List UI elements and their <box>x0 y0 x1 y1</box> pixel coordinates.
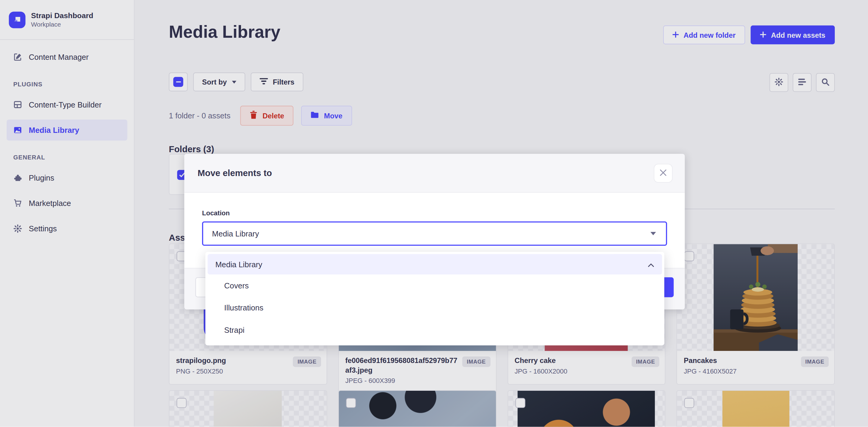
strapi-dashboard: Strapi Dashboard Workplace Content Manag… <box>0 0 868 427</box>
option-label: Strapi <box>224 326 244 334</box>
dropdown-option-covers[interactable]: Covers <box>208 274 662 297</box>
dropdown-option-media-library[interactable]: Media Library <box>208 254 662 274</box>
option-label: Covers <box>224 281 249 290</box>
location-dropdown: Media Library Covers Illustrations Strap… <box>205 252 664 345</box>
option-label: Media Library <box>215 260 262 269</box>
modal-title: Move elements to <box>197 168 272 178</box>
close-icon <box>660 169 666 177</box>
modal-header: Move elements to <box>184 154 685 193</box>
chevron-up-icon <box>648 260 654 269</box>
option-label: Illustrations <box>224 303 264 312</box>
close-button[interactable] <box>654 164 673 183</box>
dropdown-option-illustrations[interactable]: Illustrations <box>208 297 662 318</box>
chevron-down-icon <box>651 232 656 235</box>
location-label: Location <box>202 209 667 217</box>
location-select-value: Media Library <box>212 229 259 238</box>
location-select[interactable]: Media Library <box>202 221 667 246</box>
dropdown-option-strapi[interactable]: Strapi <box>208 319 662 341</box>
